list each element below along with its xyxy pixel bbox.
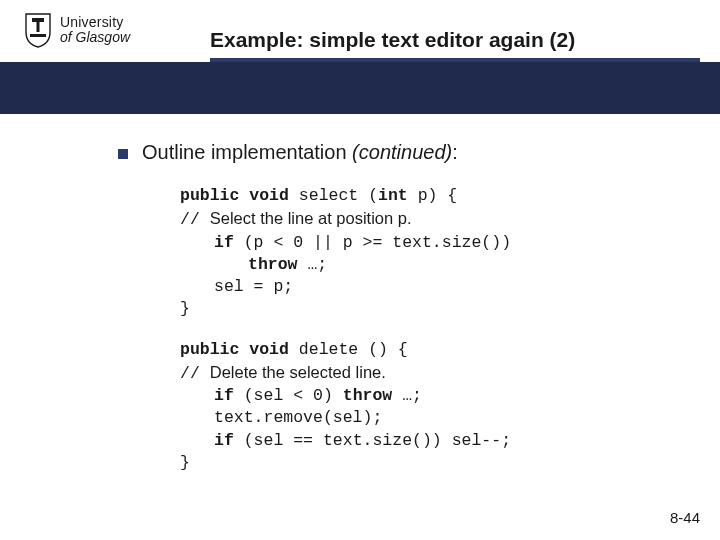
bullet-item: Outline implementation (continued): — [118, 140, 658, 165]
code-comment: // Select the line at position p. — [180, 207, 658, 231]
logo-text: University of Glasgow — [60, 15, 130, 44]
bullet-text: Outline implementation (continued): — [142, 140, 458, 165]
svg-rect-2 — [30, 34, 46, 37]
code-area: public void select (int p) { // Select t… — [180, 185, 658, 474]
crest-icon — [24, 12, 52, 48]
page-number: 8-44 — [670, 509, 700, 526]
university-logo: University of Glasgow — [24, 12, 130, 48]
code-line: } — [180, 298, 658, 320]
slide-title: Example: simple text editor again (2) — [210, 28, 575, 52]
svg-rect-1 — [37, 22, 40, 32]
content-area: Outline implementation (continued): publ… — [118, 140, 658, 492]
code-line: if (sel < 0) throw …; — [180, 385, 658, 407]
code-line: sel = p; — [180, 276, 658, 298]
slide: University of Glasgow Example: simple te… — [0, 0, 720, 540]
code-comment: // Delete the selected line. — [180, 361, 658, 385]
bullet-marker-icon — [118, 149, 128, 159]
svg-rect-0 — [32, 18, 44, 22]
code-line: if (sel == text.size()) sel--; — [180, 430, 658, 452]
code-line: if (p < 0 || p >= text.size()) — [180, 232, 658, 254]
code-line: public void delete () { — [180, 339, 658, 361]
code-line: public void select (int p) { — [180, 185, 658, 207]
code-line: text.remove(sel); — [180, 407, 658, 429]
code-block-delete: public void delete () { // Delete the se… — [180, 339, 658, 475]
accent-band — [0, 62, 720, 114]
code-line: } — [180, 452, 658, 474]
header: University of Glasgow Example: simple te… — [0, 0, 720, 60]
code-block-select: public void select (int p) { // Select t… — [180, 185, 658, 321]
logo-line1: University — [60, 15, 130, 30]
logo-line2: of Glasgow — [60, 30, 130, 45]
code-line: throw …; — [180, 254, 658, 276]
